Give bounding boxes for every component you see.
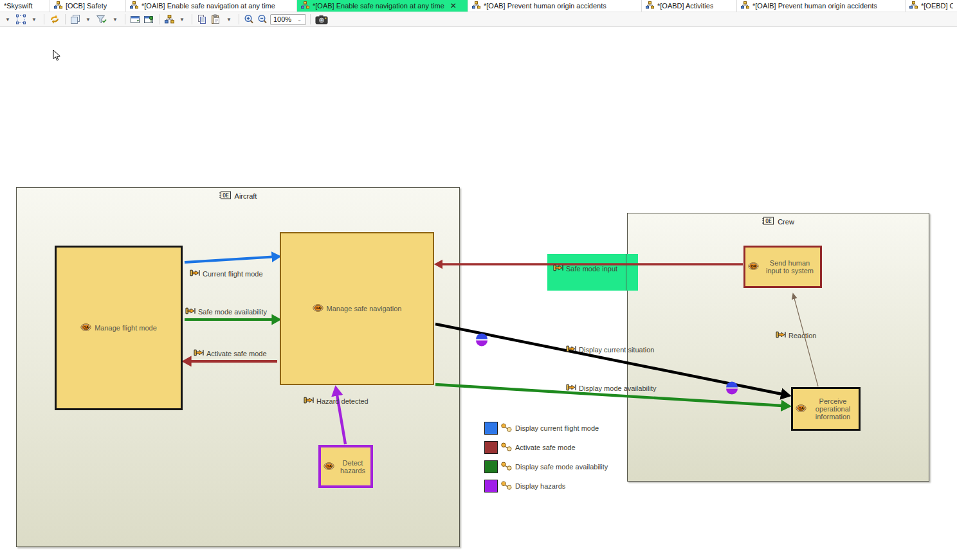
paste-dropdown-caret[interactable]: ▼ (223, 13, 235, 26)
operational-activity-icon: OA (324, 462, 334, 471)
tab-label: *Skyswift (4, 2, 33, 10)
dropdown-caret-icon[interactable]: ▼ (2, 13, 14, 26)
legend-item-display-hazards[interactable]: Display hazards (484, 479, 608, 492)
tab-label: *[OABD] Activities (657, 2, 713, 10)
toolbar-separator (125, 14, 125, 24)
close-icon[interactable]: ✕ (450, 2, 457, 10)
node-manage-flight-mode[interactable]: OA Manage flight mode (55, 246, 183, 410)
container-title: OE Crew (628, 217, 929, 226)
node-manage-safe-navigation[interactable]: OA Manage safe navigation (280, 232, 434, 385)
edge-label-text: Display mode availability (579, 384, 656, 392)
edge-label-text: Safe mode availability (198, 308, 267, 316)
edge-label-display-mode-availability[interactable]: Display mode availability (566, 384, 656, 392)
filter-dropdown-caret[interactable]: ▼ (109, 13, 121, 26)
diagram-toolbar: ▼ ▼ ▼ ▼ ▼ ▼ 100% ⌄ (0, 12, 957, 27)
container-title: OE Aircraft (17, 191, 459, 201)
tab-oebd[interactable]: *[OEBD] Ope (906, 0, 957, 12)
tab-oaib-enable-safe-navigation[interactable]: *[OAIB] Enable safe navigation at any ti… (126, 0, 297, 12)
layers-icon[interactable] (69, 13, 81, 26)
legend-color-swatch (484, 441, 498, 454)
zoom-out-icon[interactable] (257, 13, 269, 26)
filter-icon[interactable] (95, 13, 108, 26)
edge-label-display-current-situation[interactable]: Display current situation (566, 345, 654, 354)
new-window-icon[interactable] (129, 13, 141, 26)
copy-icon[interactable] (196, 13, 208, 26)
diagram-icon (909, 1, 918, 10)
node-label: Manage safe navigation (327, 305, 402, 312)
zoom-in-icon[interactable] (243, 13, 255, 26)
org-chart-dropdown-caret[interactable]: ▼ (176, 13, 188, 26)
legend-color-swatch (484, 422, 498, 435)
legend-label: Activate safe mode (515, 444, 576, 451)
paste-icon[interactable] (210, 13, 222, 26)
edge-label-text: Activate safe mode (206, 350, 267, 357)
operational-process-icon (500, 462, 513, 472)
refresh-icon[interactable] (48, 13, 61, 26)
legend-color-swatch (484, 460, 498, 473)
edge-label-current-flight-mode[interactable]: Current flight mode (190, 269, 263, 278)
operational-entity-icon: OE (219, 191, 232, 201)
tab-skyswift[interactable]: *Skyswift (0, 0, 50, 12)
chevron-down-icon: ⌄ (296, 17, 303, 23)
tab-oabd-activities[interactable]: *[OABD] Activities (642, 0, 737, 12)
edge-label-activate-safe-mode[interactable]: Activate safe mode (194, 349, 267, 357)
tab-oaib-prevent-human-origin-accidents[interactable]: *[OAIB] Prevent human origin accidents (737, 0, 906, 12)
org-chart-icon[interactable] (163, 13, 175, 26)
edge-label-text: Safe mode input (566, 265, 617, 273)
legend-label: Display hazards (515, 482, 565, 490)
operational-process-icon (500, 423, 513, 433)
svg-text:OA: OA (326, 464, 332, 468)
node-label: Send human input to system (762, 259, 817, 275)
marquee-select-icon[interactable] (15, 13, 27, 26)
zoom-level-combo[interactable]: 100% ⌄ (270, 14, 306, 25)
diagram-icon (472, 1, 480, 10)
edge-label-text: Hazard detected (316, 397, 369, 405)
tab-oab-enable-safe-navigation-active[interactable]: *[OAB] Enable safe navigation at any tim… (297, 0, 468, 12)
svg-text:OE: OE (765, 219, 772, 224)
edge-label-reaction[interactable]: Reaction (776, 331, 816, 339)
edge-label-safe-mode-availability[interactable]: Safe mode availability (185, 307, 267, 316)
interaction-icon (190, 269, 200, 278)
tab-label: *[OAB] Enable safe navigation at any tim… (313, 2, 444, 10)
svg-text:OA: OA (751, 264, 756, 268)
svg-text:OA: OA (83, 325, 89, 329)
operational-activity-icon: OA (796, 404, 807, 413)
edge-label-safe-mode-input[interactable]: Safe mode input (553, 264, 617, 273)
operational-activity-icon: OA (748, 262, 759, 271)
legend-item-display-current-flight-mode[interactable]: Display current flight mode (484, 421, 608, 435)
toolbar-separator (159, 14, 160, 24)
legend-item-activate-safe-mode[interactable]: Activate safe mode (484, 440, 608, 454)
tab-ocb-safety[interactable]: [OCB] Safety (50, 0, 126, 12)
svg-text:OE: OE (223, 193, 229, 199)
node-detect-hazards[interactable]: OA Detect hazards (318, 445, 373, 488)
diagram-icon (54, 1, 62, 10)
mouse-cursor (53, 50, 61, 64)
interaction-icon (185, 307, 196, 316)
layers-dropdown-caret[interactable]: ▼ (82, 13, 94, 26)
marquee-dropdown-caret[interactable]: ▼ (28, 13, 40, 26)
diagram-icon (741, 1, 749, 10)
node-send-human-input-to-system[interactable]: OA Send human input to system (743, 246, 822, 288)
tab-oab-prevent-human-origin-accidents[interactable]: *[OAB] Prevent human origin accidents (468, 0, 642, 12)
toolbar-separator (65, 14, 66, 24)
legend-item-display-safe-mode-availability[interactable]: Display safe mode availability (484, 460, 608, 473)
tab-label: *[OAIB] Prevent human origin accidents (752, 2, 877, 10)
diagram-icon (130, 1, 138, 10)
diagram-icon (301, 1, 309, 10)
node-perceive-operational-information[interactable]: OA Perceive operational information (791, 387, 861, 431)
node-label: Detect hazards (338, 459, 368, 474)
operational-activity-icon: OA (313, 304, 324, 313)
toolbar-separator (310, 14, 311, 24)
pin-window-icon[interactable] (143, 13, 155, 26)
operational-activity-icon: OA (80, 323, 91, 332)
edge-label-hazard-detected[interactable]: Hazard detected (304, 397, 369, 405)
operational-process-icon (500, 442, 513, 453)
diagram-canvas[interactable]: OE Aircraft OE Crew (0, 27, 957, 559)
tab-label: [OCB] Safety (66, 2, 107, 10)
tab-label: *[OAB] Prevent human origin accidents (484, 2, 606, 10)
container-title-text: Aircraft (235, 192, 257, 200)
operational-process-icon (500, 481, 513, 491)
snapshot-icon[interactable] (314, 13, 329, 26)
tab-label: *[OAIB] Enable safe navigation at any ti… (141, 2, 275, 10)
process-marker (476, 334, 488, 347)
